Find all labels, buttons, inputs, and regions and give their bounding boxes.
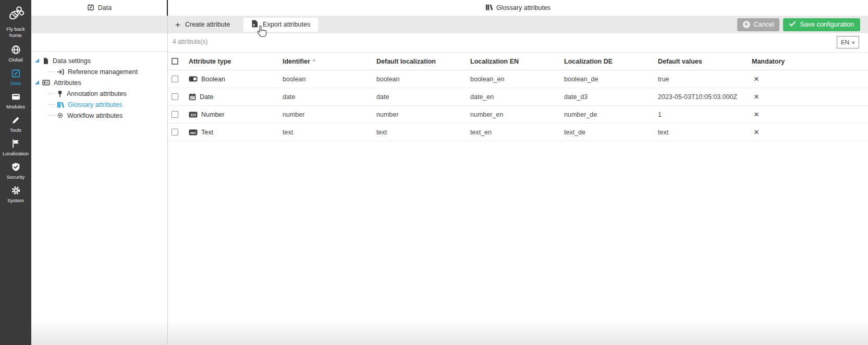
table-row-text[interactable]: ABC Text text text text_en text_de text … — [168, 124, 868, 141]
tree-item-annotation-attributes[interactable]: Annotation attributes — [31, 88, 167, 99]
panel-divider-top — [167, 0, 168, 16]
panel-divider — [167, 0, 168, 345]
reference-arrow-icon — [57, 68, 64, 76]
cancel-button[interactable]: × Cancel — [737, 18, 780, 31]
table-header-row: Attribute type Identifier^ Default local… — [168, 52, 868, 70]
col-localization-en[interactable]: Localization EN — [470, 58, 564, 65]
boolean-toggle-icon — [189, 76, 198, 82]
tree-connector — [48, 104, 55, 105]
tree-item-glossary-attributes[interactable]: Glossary attributes — [31, 99, 167, 110]
save-configuration-button[interactable]: Save configuration — [783, 18, 860, 31]
expander-icon[interactable] — [35, 58, 39, 63]
plus-icon: + — [175, 20, 180, 29]
gear-icon — [11, 188, 21, 197]
row-checkbox[interactable] — [172, 76, 178, 82]
tree-panel-title: Data — [98, 4, 112, 11]
card-icon — [42, 79, 50, 86]
col-identifier[interactable]: Identifier^ — [283, 58, 376, 65]
tree-separator — [31, 51, 167, 52]
tree-item-workflow-attributes[interactable]: Workflow attributes — [31, 110, 167, 121]
tree-item-attributes[interactable]: Attributes — [31, 77, 167, 88]
rail-item-tools[interactable]: Tools — [0, 114, 31, 138]
create-attribute-button[interactable]: + Create attribute — [175, 20, 230, 29]
calendar-data-icon — [11, 71, 21, 80]
home-logo-label: Fly back home — [0, 26, 31, 38]
modules-icon — [11, 94, 21, 103]
expander-icon[interactable] — [35, 80, 39, 84]
main-panel: Glossary attributes + Create attribute x… — [168, 0, 868, 345]
document-icon — [42, 57, 49, 65]
tree-panel: Data Data settings Reference management — [31, 0, 167, 345]
tree-connector — [48, 71, 55, 72]
attributes-table: Attribute type Identifier^ Default local… — [168, 52, 868, 141]
circle-x-icon: × — [743, 21, 750, 28]
check-icon — [789, 21, 796, 28]
rail-item-data[interactable]: Data — [0, 67, 31, 91]
globe-icon — [11, 47, 21, 56]
books-icon — [485, 4, 493, 13]
col-localization-de[interactable]: Localization DE — [564, 58, 658, 65]
date-calendar-icon — [189, 93, 196, 101]
chevron-down-icon: ∨ — [851, 40, 855, 45]
flag-icon — [11, 141, 21, 150]
rail-items: Global Data Modules — [0, 44, 31, 208]
col-default-localization[interactable]: Default localization — [376, 58, 470, 65]
tree-connector — [48, 115, 55, 116]
workflow-gear-icon — [57, 112, 64, 119]
tree-connector — [48, 93, 55, 94]
bee-logo-icon — [6, 15, 25, 24]
mandatory-x-icon: × — [752, 110, 868, 119]
tree-panel-header: Data — [31, 0, 167, 16]
table-row-boolean[interactable]: Boolean boolean boolean boolean_en boole… — [168, 70, 868, 88]
tree-item-reference-management[interactable]: Reference management — [31, 66, 167, 77]
row-checkbox[interactable] — [172, 111, 178, 118]
page-title: Glossary attributes — [496, 4, 551, 11]
pencil-icon — [11, 118, 21, 127]
table-row-number[interactable]: 123 Number number number number_en numbe… — [168, 106, 868, 124]
mandatory-x-icon: × — [752, 75, 868, 83]
text-abc-icon: ABC — [189, 129, 198, 135]
rail-item-localization[interactable]: Localization — [0, 138, 31, 161]
tree-item-data-settings[interactable]: Data settings — [31, 55, 167, 66]
tree-list: Data settings Reference management Attri… — [31, 55, 167, 121]
svg-text:123: 123 — [190, 113, 196, 116]
shield-icon — [11, 165, 21, 174]
rail-item-modules[interactable]: Modules — [0, 91, 31, 114]
rail-item-security[interactable]: Security — [0, 161, 31, 184]
number-123-icon: 123 — [189, 112, 198, 118]
mandatory-x-icon: × — [752, 128, 868, 137]
svg-text:ABC: ABC — [189, 131, 197, 134]
col-attribute-type[interactable]: Attribute type — [189, 58, 283, 65]
attribute-count: 4 attribute(s) — [173, 38, 207, 45]
language-selector[interactable]: EN ∨ — [837, 36, 859, 48]
tree-panel-toolbar — [31, 16, 167, 33]
row-checkbox[interactable] — [172, 93, 178, 100]
rail-item-system[interactable]: System — [0, 184, 31, 208]
books-icon — [57, 101, 64, 108]
mandatory-x-icon: × — [752, 92, 868, 101]
main-toolbar: + Create attribute x Export attributes ×… — [168, 16, 868, 33]
col-mandatory[interactable]: Mandatory — [752, 58, 868, 65]
main-header: Glossary attributes — [168, 0, 868, 16]
export-attributes-button[interactable]: x Export attributes — [243, 18, 318, 32]
excel-file-icon: x — [251, 20, 258, 29]
table-row-date[interactable]: Date date date date_en date_d3 2023-05-0… — [168, 88, 868, 106]
row-checkbox[interactable] — [172, 129, 178, 135]
select-all-checkbox[interactable] — [172, 58, 178, 65]
pin-icon — [57, 90, 63, 97]
calendar-data-icon — [87, 4, 94, 13]
home-logo-button[interactable]: Fly back home — [0, 4, 31, 38]
sort-asc-icon: ^ — [313, 59, 315, 65]
rail-item-global[interactable]: Global — [0, 44, 31, 67]
col-default-values[interactable]: Default values — [658, 58, 752, 65]
left-rail: Fly back home Global Data — [0, 0, 31, 345]
